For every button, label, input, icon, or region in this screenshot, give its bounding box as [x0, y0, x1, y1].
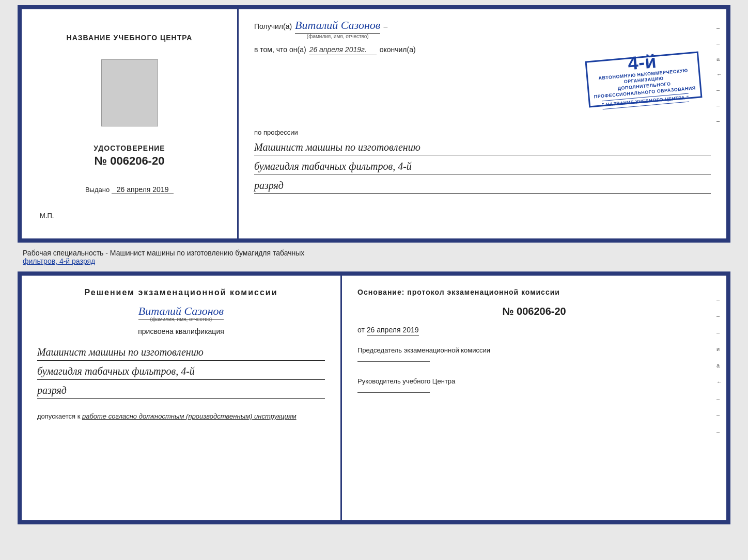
dopuskaetsya-text: работе согласно должностным (производств…: [82, 412, 297, 420]
fio-hint-bottom: (фамилия, имя, отчество): [150, 316, 212, 322]
profession-line1: Машинист машины по изготовлению: [254, 139, 711, 155]
rukovoditel-block: Руководитель учебного Центра: [357, 377, 711, 393]
recipient-line: Получил(а) Виталий Сазонов (фамилия, имя…: [254, 19, 711, 39]
cert-right-panel: Получил(а) Виталий Сазонов (фамилия, имя…: [239, 9, 726, 238]
photo-placeholder: [101, 59, 158, 126]
poluchil-label: Получил(а): [254, 22, 292, 30]
mp-label: М.П.: [40, 212, 54, 219]
center-name-top: НАЗВАНИЕ УЧЕБНОГО ЦЕНТРА: [67, 34, 193, 42]
profession-line2: бумагидля табачных фильтров, 4-й: [254, 158, 711, 174]
rukovoditel-label: Руководитель учебного Центра: [357, 377, 711, 385]
stamp-big-number: 4-й: [627, 52, 658, 73]
udostoverenie-number: № 006206-20: [93, 154, 165, 168]
osnovaniye-label: Основание: протокол экзаменационной коми…: [357, 288, 711, 296]
ot-prefix: от: [357, 326, 365, 334]
fio-hint-top: (фамилия, имя, отчество): [307, 34, 369, 39]
dash-after-name: –: [383, 22, 387, 30]
side-marks-top: – – а ← – – –: [716, 25, 722, 124]
vydano-date: 26 апреля 2019: [112, 185, 174, 194]
profession-area: по профессии Машинист машины по изготовл…: [254, 124, 711, 194]
chairman-signature-line: [357, 361, 430, 362]
vtom-prefix: в том, что он(а): [254, 45, 306, 54]
middle-label-text2: фильтров, 4-й разряд: [23, 257, 95, 265]
profession-line3: разряд: [254, 178, 711, 194]
po-professii-label: по профессии: [254, 129, 711, 136]
person-block-bottom: Виталий Сазонов (фамилия, имя, отчество): [37, 305, 325, 322]
vydano-label: Выдано: [85, 186, 110, 194]
bottom-left-panel: Решением экзаменационной комиссии Витали…: [22, 276, 342, 520]
chairman-label: Председатель экзаменационной комиссии: [357, 346, 711, 354]
qualification-line1: Машинист машины по изготовлению: [37, 344, 325, 361]
prisvoena-label: присвоена квалификация: [37, 327, 325, 335]
top-certificate: НАЗВАНИЕ УЧЕБНОГО ЦЕНТРА УДОСТОВЕРЕНИЕ №…: [18, 5, 730, 243]
dopuskaetsya-label: допускается к: [37, 412, 80, 420]
decision-title: Решением экзаменационной комиссии: [37, 288, 325, 297]
vtom-date: 26 апреля 2019г.: [309, 45, 377, 55]
qualification-line3: разряд: [37, 382, 325, 399]
middle-label: Рабочая специальность - Машинист машины …: [18, 247, 730, 267]
dopuskaetsya-block: допускается к работе согласно должностны…: [37, 412, 325, 420]
stamp-box: 4-й АВТОНОМНУЮ НЕКОММЕРЧЕСКУЮ ОРГАНИЗАЦИ…: [585, 52, 702, 108]
rukovoditel-signature-line: [357, 392, 430, 393]
stamp-area: 4-й АВТОНОМНУЮ НЕКОММЕРЧЕСКУЮ ОРГАНИЗАЦИ…: [254, 61, 711, 118]
okonchil-label: окончил(а): [380, 45, 416, 54]
udostoverenie-block: УДОСТОВЕРЕНИЕ № 006206-20: [93, 144, 165, 168]
middle-label-text: Рабочая специальность - Машинист машины …: [23, 249, 304, 257]
qualification-area: Машинист машины по изготовлению бумагидл…: [37, 343, 325, 399]
chairman-block: Председатель экзаменационной комиссии: [357, 346, 711, 362]
vydano-block: Выдано 26 апреля 2019: [85, 185, 174, 194]
bottom-right-panel: Основание: протокол экзаменационной коми…: [342, 276, 726, 520]
recipient-name: Виталий Сазонов: [295, 19, 380, 34]
cert-left-panel: НАЗВАНИЕ УЧЕБНОГО ЦЕНТРА УДОСТОВЕРЕНИЕ №…: [22, 9, 239, 238]
side-marks-bottom: – – – и а ← – – –: [716, 296, 722, 435]
ot-date-block: от 26 апреля 2019: [357, 326, 711, 334]
protocol-number: № 006206-20: [357, 306, 711, 317]
udostoverenie-label: УДОСТОВЕРЕНИЕ: [93, 144, 165, 152]
ot-date-value: 26 апреля 2019: [367, 326, 419, 335]
bottom-certificate: Решением экзаменационной комиссии Витали…: [18, 271, 730, 524]
qualification-line2: бумагидля табачных фильтров, 4-й: [37, 363, 325, 380]
